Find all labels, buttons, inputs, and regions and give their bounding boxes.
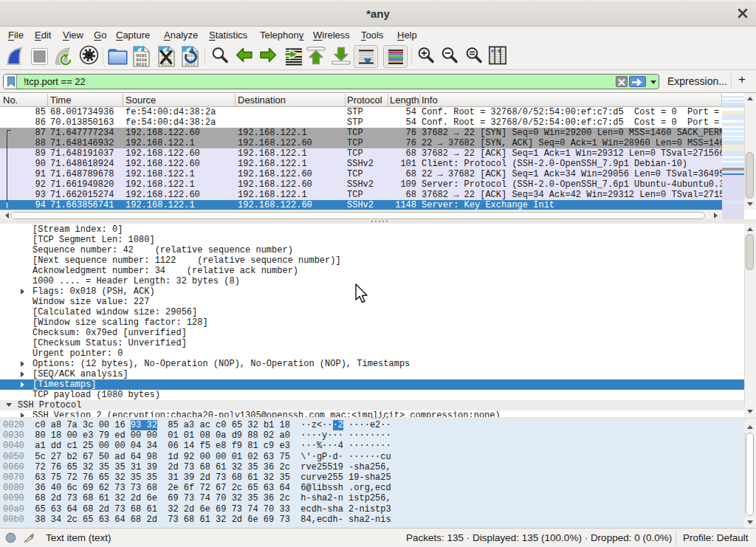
svg-text:0111: 0111 bbox=[137, 62, 148, 67]
